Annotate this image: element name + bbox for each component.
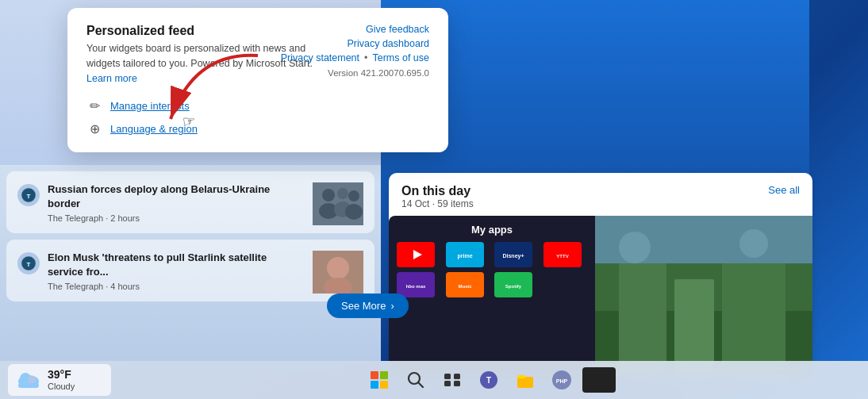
- weather-info: 39°F Cloudy: [48, 368, 75, 392]
- php-browser-button[interactable]: PHP: [546, 364, 578, 396]
- language-region-item[interactable]: ⊕ Language & region: [86, 120, 317, 138]
- version-text: Version 421.20070.695.0: [328, 68, 429, 78]
- news-section: T Russian forces deploy along Belarus-Uk…: [0, 165, 381, 361]
- popup-menu: ✏ Manage interests ⊕ Language & region: [86, 97, 317, 138]
- svg-rect-31: [619, 263, 666, 374]
- personalized-feed-popup: Personalized feed Your widgets board is …: [67, 8, 448, 152]
- learn-more-link[interactable]: Learn more: [86, 73, 137, 84]
- search-button[interactable]: [400, 364, 432, 396]
- svg-text:Disney+: Disney+: [502, 253, 524, 259]
- svg-line-43: [419, 383, 424, 388]
- svg-rect-51: [517, 375, 525, 378]
- privacy-statement-link[interactable]: Privacy statement: [281, 52, 359, 63]
- svg-text:Spotify: Spotify: [505, 284, 522, 289]
- weather-icon: [16, 367, 41, 393]
- weather-condition: Cloudy: [48, 382, 75, 392]
- taskbar-left: 39°F Cloudy: [0, 364, 111, 396]
- svg-text:T: T: [27, 193, 31, 200]
- news-card[interactable]: T Elon Musk 'threatens to pull Starlink …: [6, 240, 374, 301]
- spotify-app-icon[interactable]: Spotify: [494, 272, 532, 297]
- svg-text:hbo max: hbo max: [406, 284, 426, 289]
- news-content: Russian forces deploy along Belarus-Ukra…: [48, 182, 305, 223]
- my-apps-panel: My apps prime Disney+ YTTV hbo max: [389, 216, 595, 374]
- svg-point-40: [28, 376, 36, 384]
- otd-header: On this day 14 Oct · 59 items See all: [389, 173, 812, 216]
- svg-rect-41: [18, 383, 39, 388]
- svg-point-6: [337, 188, 348, 199]
- taskbar-extra-app[interactable]: [582, 367, 616, 393]
- language-region-icon: ⊕: [86, 121, 102, 136]
- taskbar-center: T PHP: [111, 364, 868, 396]
- language-region-label[interactable]: Language & region: [110, 123, 198, 135]
- youtubetv-app-icon[interactable]: YTTV: [543, 242, 582, 267]
- popup-right-links: Give feedback Privacy dashboard Privacy …: [281, 24, 429, 78]
- svg-point-37: [739, 229, 768, 258]
- news-thumbnail: [313, 182, 363, 225]
- news-headline: Russian forces deploy along Belarus-Ukra…: [48, 182, 305, 211]
- manage-interests-icon: ✏: [86, 98, 102, 113]
- svg-text:T: T: [27, 261, 31, 268]
- svg-rect-32: [674, 279, 714, 374]
- svg-point-4: [322, 189, 335, 201]
- news-meta: The Telegraph · 4 hours: [48, 282, 305, 291]
- svg-rect-33: [722, 255, 785, 374]
- svg-rect-44: [444, 374, 451, 379]
- separator-dot: •: [364, 52, 367, 63]
- weather-temperature: 39°F: [48, 368, 75, 382]
- chevron-right-icon: ›: [390, 300, 394, 312]
- svg-text:PHP: PHP: [556, 378, 568, 384]
- svg-point-36: [670, 220, 710, 259]
- file-explorer-icon: [516, 370, 535, 389]
- music-app-icon[interactable]: Music: [446, 272, 484, 297]
- manage-interests-item[interactable]: ✏ Manage interests: [86, 97, 317, 115]
- svg-point-13: [327, 257, 349, 279]
- apps-grid: prime Disney+ YTTV hbo max Music Spotify: [397, 242, 587, 297]
- terms-of-use-link[interactable]: Terms of use: [372, 52, 429, 63]
- prime-app-icon[interactable]: prime: [446, 242, 484, 267]
- news-source-icon: T: [17, 252, 40, 274]
- svg-point-8: [348, 190, 359, 201]
- disney-app-icon[interactable]: Disney+: [494, 242, 532, 267]
- see-all-link[interactable]: See all: [768, 184, 800, 196]
- svg-rect-47: [454, 381, 460, 386]
- search-icon: [407, 371, 424, 389]
- teams-button[interactable]: T: [473, 364, 505, 396]
- give-feedback-link[interactable]: Give feedback: [366, 24, 429, 35]
- news-content: Elon Musk 'threatens to pull Starlink sa…: [48, 251, 305, 291]
- news-source-icon: T: [17, 184, 40, 206]
- svg-rect-50: [517, 377, 533, 388]
- privacy-dashboard-link[interactable]: Privacy dashboard: [347, 38, 429, 49]
- privacy-terms-row: Privacy statement • Terms of use: [281, 52, 429, 63]
- file-explorer-button[interactable]: [509, 364, 541, 396]
- php-browser-icon: PHP: [551, 370, 572, 390]
- taskbar: 39°F Cloudy: [0, 361, 868, 399]
- manage-interests-label[interactable]: Manage interests: [110, 100, 190, 112]
- svg-point-35: [619, 232, 651, 263]
- task-view-icon: [444, 371, 461, 389]
- windows-logo-icon: [371, 371, 388, 389]
- svg-rect-45: [454, 374, 460, 379]
- otd-photo: [595, 216, 812, 374]
- svg-text:YTTV: YTTV: [556, 254, 568, 259]
- on-this-day-card: On this day 14 Oct · 59 items See all My…: [389, 173, 812, 374]
- news-card[interactable]: T Russian forces deploy along Belarus-Uk…: [6, 171, 374, 233]
- see-more-area: See More ›: [327, 287, 409, 318]
- svg-text:prime: prime: [457, 253, 472, 259]
- weather-widget[interactable]: 39°F Cloudy: [8, 364, 111, 396]
- otd-subtitle: 14 Oct · 59 items: [401, 198, 474, 209]
- youtube-app-icon[interactable]: [397, 242, 435, 267]
- see-more-button[interactable]: See More ›: [327, 293, 409, 318]
- teams-icon: T: [479, 370, 498, 389]
- svg-rect-46: [444, 381, 451, 386]
- start-button[interactable]: [363, 364, 395, 396]
- task-view-button[interactable]: [436, 364, 468, 396]
- otd-title: On this day: [401, 184, 474, 198]
- svg-point-9: [345, 204, 363, 220]
- svg-text:Music: Music: [458, 284, 472, 289]
- otd-body: My apps prime Disney+ YTTV hbo max: [389, 216, 812, 374]
- otd-title-area: On this day 14 Oct · 59 items: [401, 184, 474, 209]
- news-headline: Elon Musk 'threatens to pull Starlink sa…: [48, 251, 305, 279]
- svg-text:T: T: [486, 376, 491, 385]
- news-meta: The Telegraph · 2 hours: [48, 213, 305, 223]
- my-apps-title: My apps: [397, 224, 587, 236]
